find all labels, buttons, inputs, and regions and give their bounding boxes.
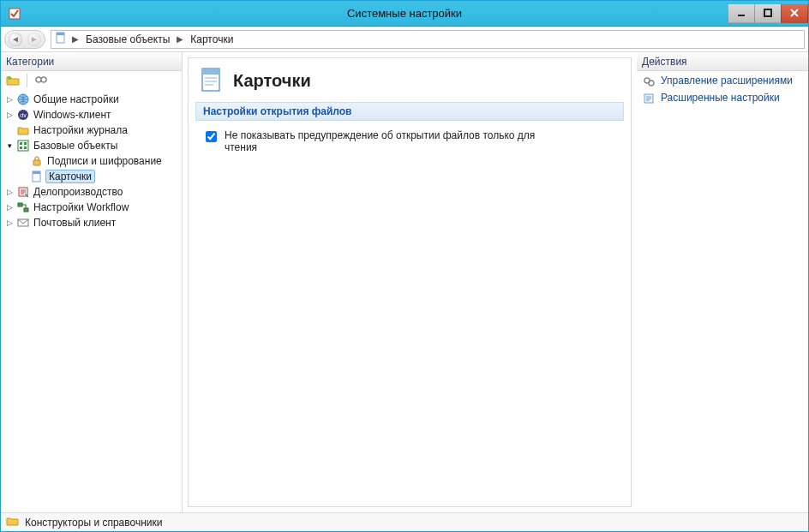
action-label: Управление расширениями <box>661 75 793 87</box>
content-title: Карточки <box>233 71 311 91</box>
card-icon <box>30 170 44 183</box>
expand-icon[interactable]: ▷ <box>4 95 15 104</box>
tree-item-label: Базовые объекты <box>32 140 119 152</box>
base-icon <box>16 139 30 152</box>
section-body: Не показывать предупреждение об открытии… <box>195 121 624 162</box>
svg-rect-18 <box>33 171 40 174</box>
folder-icon[interactable] <box>6 74 20 88</box>
svg-rect-1 <box>738 15 745 16</box>
tree-item-label: Почтовый клиент <box>32 217 117 229</box>
checkbox-label: Не показывать предупреждение об открытии… <box>225 129 567 153</box>
svg-rect-24 <box>202 69 219 75</box>
readonly-warning-checkbox[interactable] <box>206 131 217 142</box>
tree-item-general[interactable]: ▷ Общие настройки <box>1 92 182 107</box>
svg-rect-25 <box>205 77 217 79</box>
expand-icon[interactable]: ▷ <box>4 111 15 119</box>
svg-rect-2 <box>764 9 771 16</box>
expand-icon[interactable]: ▷ <box>4 203 15 212</box>
svg-rect-14 <box>20 146 22 149</box>
minimize-button[interactable] <box>728 4 755 23</box>
toolbar-separator <box>27 74 27 87</box>
adv-settings-icon <box>642 92 656 105</box>
doc-mgmt-icon <box>16 185 30 199</box>
title-bar: Системные настройки <box>1 1 808 27</box>
dv-icon: dv <box>16 108 30 122</box>
svg-point-7 <box>41 77 46 82</box>
svg-rect-13 <box>24 142 27 145</box>
action-label: Расширенные настройки <box>661 92 780 104</box>
actions-list: Управление расширениями Расширенные наст… <box>637 71 808 109</box>
folder-icon <box>16 123 30 137</box>
tree-item-journal[interactable]: Настройки журнала <box>1 123 182 138</box>
svg-rect-11 <box>18 140 28 151</box>
breadcrumb-bar[interactable]: ▶ Базовые объекты ▶ Карточки <box>51 30 805 49</box>
svg-rect-16 <box>33 160 40 165</box>
svg-point-6 <box>36 77 41 82</box>
status-bar: Конструкторы и справочники <box>1 512 808 531</box>
categories-tree: ▷ Общие настройки ▷ dv Windows-клиент На… <box>1 90 182 512</box>
mail-icon <box>16 216 30 230</box>
status-label: Конструкторы и справочники <box>25 517 162 529</box>
chevron-right-icon: ▶ <box>177 34 183 44</box>
breadcrumb-item[interactable]: Базовые объекты <box>84 33 171 45</box>
tree-item-signatures[interactable]: Подписи и шифрование <box>1 153 182 169</box>
document-icon <box>55 32 67 46</box>
svg-rect-20 <box>18 203 22 206</box>
categories-header: Категории <box>1 52 182 71</box>
card-icon <box>199 67 225 95</box>
svg-rect-4 <box>57 33 64 35</box>
expand-icon[interactable]: ▷ <box>4 188 15 196</box>
folder-icon <box>6 516 20 529</box>
svg-point-29 <box>649 81 654 86</box>
maximize-button[interactable] <box>754 4 782 23</box>
collapse-icon[interactable]: ▾ <box>4 141 15 150</box>
link-icon[interactable] <box>34 75 48 87</box>
close-button[interactable] <box>781 4 808 23</box>
categories-toolbar <box>1 71 182 90</box>
app-icon <box>6 5 23 22</box>
tree-item-records-mgmt[interactable]: ▷ Делопроизводство <box>1 184 182 200</box>
back-button[interactable]: ◄ <box>9 33 22 46</box>
actions-panel: Действия Управление расширениями Расшире… <box>637 52 808 512</box>
back-forward-buttons[interactable]: ◄ ► <box>4 30 45 49</box>
content-heading: Карточки <box>199 67 624 95</box>
svg-rect-21 <box>24 208 28 212</box>
app-window: Системные настройки ◄ ► ▶ Базовые объект… <box>0 0 809 532</box>
tree-item-base-objects[interactable]: ▾ Базовые объекты <box>1 138 182 153</box>
tree-item-label: Windows-клиент <box>32 109 113 121</box>
svg-text:dv: dv <box>20 112 27 118</box>
navigation-bar: ◄ ► ▶ Базовые объекты ▶ Карточки <box>1 27 808 52</box>
section-header: Настройки открытия файлов <box>195 102 624 121</box>
tree-item-label: Настройки Workflow <box>32 201 130 213</box>
window-title: Системные настройки <box>1 7 808 20</box>
content-panel: Карточки Настройки открытия файлов Не по… <box>188 57 632 507</box>
svg-rect-12 <box>20 142 22 145</box>
globe-icon <box>16 93 30 106</box>
tree-item-mail-client[interactable]: ▷ Почтовый клиент <box>1 215 182 230</box>
extensions-icon <box>642 75 656 88</box>
body-area: Категории ▷ Общие настройки ▷ dv Windows… <box>1 52 808 512</box>
action-manage-extensions[interactable]: Управление расширениями <box>642 75 803 88</box>
tree-item-label: Подписи и шифрование <box>45 155 164 167</box>
actions-header: Действия <box>637 52 808 71</box>
tree-item-label: Делопроизводство <box>32 186 124 198</box>
svg-rect-15 <box>24 146 27 149</box>
tree-item-label: Общие настройки <box>32 93 121 105</box>
svg-rect-27 <box>205 84 213 86</box>
tree-item-label: Настройки журнала <box>32 124 129 136</box>
tree-item-windows-client[interactable]: ▷ dv Windows-клиент <box>1 107 182 123</box>
chevron-right-icon: ▶ <box>72 34 79 44</box>
action-advanced-settings[interactable]: Расширенные настройки <box>642 92 803 105</box>
svg-point-5 <box>8 76 11 80</box>
breadcrumb-item[interactable]: Карточки <box>189 33 235 45</box>
workflow-icon <box>16 200 30 214</box>
forward-button[interactable]: ► <box>27 33 41 46</box>
expand-icon[interactable]: ▷ <box>4 218 15 227</box>
svg-rect-26 <box>205 81 217 82</box>
tree-item-workflow[interactable]: ▷ Настройки Workflow <box>1 200 182 215</box>
tree-item-label: Карточки <box>45 170 95 183</box>
lock-icon <box>30 154 44 168</box>
tree-item-cards[interactable]: Карточки <box>1 169 182 184</box>
categories-panel: Категории ▷ Общие настройки ▷ dv Windows… <box>1 52 183 512</box>
